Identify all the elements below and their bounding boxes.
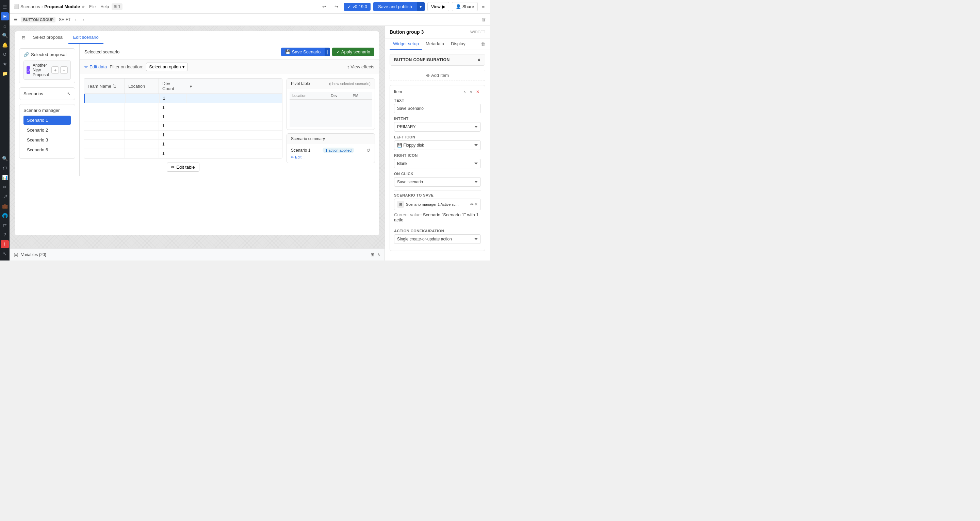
text-input[interactable] [394,104,481,113]
share-button[interactable]: 👤 Share [452,2,478,11]
sidebar-toggle[interactable]: ☰ [14,17,18,22]
sidebar-icon-expand[interactable]: ⤡ [1,249,9,258]
secondary-bar: ☰ BUTTON GROUP SHIFT ← → 🗑 [10,14,490,26]
table-row[interactable]: 1 [84,94,282,103]
scenario-item-1[interactable]: Scenario 1 [24,116,71,125]
item-delete[interactable]: ✕ [475,89,481,95]
more-menu-button[interactable]: ≡ [480,3,486,11]
sidebar-icon-briefcase[interactable]: 💼 [1,202,9,210]
apply-scenario-button[interactable]: ✓ Apply scenario [332,48,374,56]
table-row[interactable]: 1 [84,121,282,130]
config-trash-button[interactable]: 🗑 [481,41,485,47]
add-plus-1[interactable]: + [51,66,59,74]
scenario-save-delete[interactable]: ✕ [474,202,478,207]
sidebar-icon-tag[interactable]: 🏷 [1,164,9,172]
sidebar-icon-question[interactable]: ? [1,230,9,239]
scenario-item-3[interactable]: Scenario 3 [24,135,71,145]
tab-display[interactable]: Display [447,38,469,50]
sidebar-icon-search2[interactable]: 🔍 [1,154,9,162]
delete-button[interactable]: 🗑 [482,17,486,22]
variables-filter-button[interactable]: ⊞ [371,252,374,257]
sidebar-icon-alert[interactable]: ! [1,240,9,248]
left-icon-select[interactable]: 💾 Floppy disk [394,140,481,150]
sidebar-icon-branch[interactable]: ⎇ [1,192,9,201]
reset-button[interactable]: ↺ [366,148,371,153]
variables-collapse-button[interactable]: ∧ [377,252,380,257]
right-icon-select[interactable]: Blank [394,159,481,168]
pivot-empty-area [290,100,372,127]
selected-proposal-title: Selected proposal [31,52,66,57]
nav-prev[interactable]: ← [74,17,79,22]
config-tabs: Widget setup Metadata Display 🗑 [385,38,490,50]
sidebar-icon-home[interactable]: ⌂ [1,22,9,30]
td-dev-6: 1 [159,140,186,149]
edit-data-button[interactable]: ✏ Edit data [84,64,107,69]
sidebar-icon-history[interactable]: ↺ [1,50,9,59]
scenario-item-4[interactable]: Scenario 6 [24,145,71,154]
edit-table-icon: ✏ [171,165,175,170]
intent-select[interactable]: PRIMARY [394,122,481,132]
file-menu[interactable]: File [87,4,98,10]
scenario-save-icon: ⊟ [397,201,404,208]
save-publish-button[interactable]: Save and publish [373,2,417,11]
table-row[interactable]: 1 [84,140,282,149]
save-icon: 💾 [285,49,291,54]
button-config-header[interactable]: BUTTON CONFIGURATION ∧ [390,54,485,65]
select-option-button[interactable]: Select an option ▾ [146,63,188,71]
main-content: ⬜ Scenarios › Proposal Module ★ File Hel… [10,0,490,260]
table-row[interactable]: 1 [84,130,282,140]
sidebar-icon-bell[interactable]: 🔔 [1,41,9,49]
add-item-button[interactable]: ⊕ Add Item [390,70,485,81]
sidebar-icon-globe[interactable]: 🌐 [1,211,9,220]
edit-table-button[interactable]: ✏ Edit table [167,162,199,172]
add-plus-2[interactable]: + [60,66,68,74]
action-config-label: ACTION CONFIGURATION [394,229,481,233]
sidebar-icon-star[interactable]: ★ [1,60,9,68]
on-click-select[interactable]: Save scenario [394,177,481,187]
sidebar-icon-folder[interactable]: 📁 [1,69,9,78]
breadcrumb-scenarios[interactable]: Scenarios [21,4,40,9]
th-p: P [186,79,207,94]
th-devcount: Dev Count [159,79,186,94]
sort-icon[interactable]: ⇅ [113,84,116,89]
proposal-name: Another New Proposal [33,63,49,77]
sidebar-icon-search[interactable]: 🔍 [1,31,9,40]
save-scenario-button[interactable]: 💾 Save Scenario [281,48,325,56]
sidebar-icon-grid[interactable]: ⊞ [1,12,9,21]
view-button[interactable]: View ▶ [427,2,449,11]
table-row[interactable]: 1 [84,112,282,121]
redo-button[interactable]: ↪ [331,2,341,11]
tab-edit-scenario[interactable]: Edit scenario [68,31,103,44]
tab-metadata[interactable]: Metadata [422,38,447,50]
sidebar-icon-chart[interactable]: 📊 [1,173,9,182]
scenarios-expand[interactable]: ⤡ [67,91,71,96]
sidebar-icon-shuffle[interactable]: ⇄ [1,221,9,229]
on-click-field-label: ON CLICK [394,172,481,176]
view-effects-button[interactable]: ↕ View effects [347,64,374,69]
item-move-up[interactable]: ∧ [462,89,468,95]
breadcrumb-star[interactable]: ★ [81,5,85,9]
data-content: Team Name ⇅ Location Dev Count [80,74,379,176]
th-devcount-label: Dev Count [162,81,182,91]
scenario-to-save-group: SCENARIO TO SAVE ⊟ Scenario manager 1 Ac… [394,193,481,222]
summary-edit-btn[interactable]: ✏ Edit... [291,155,305,159]
undo-button[interactable]: ↩ [319,2,329,11]
scenario-save-edit[interactable]: ✏ [470,202,474,207]
scenario-item-2[interactable]: Scenario 2 [24,125,71,135]
page-num-value: 1 [118,4,121,9]
left-sidebar: ☰ ⊞ ⌂ 🔍 🔔 ↺ ★ 📁 🔍 🏷 📊 ✏ ⎇ 💼 🌐 ⇄ ? ! ⤡ [0,0,10,260]
nav-next[interactable]: → [80,17,85,22]
save-scenario-dropdown[interactable]: | [325,48,330,56]
tab-select-proposal[interactable]: Select proposal [28,31,68,44]
help-menu[interactable]: Help [98,4,111,10]
widget-tab-icon[interactable]: ⊟ [19,32,28,43]
pivot-th-location: Location [290,92,328,100]
table-row[interactable]: 1 [84,149,282,158]
tab-widget-setup[interactable]: Widget setup [390,38,422,50]
sidebar-icon-menu[interactable]: ☰ [1,3,9,11]
save-publish-dropdown[interactable]: ▾ [417,2,425,11]
action-config-select[interactable]: Single create-or-update action [394,234,481,244]
sidebar-icon-pencil[interactable]: ✏ [1,183,9,191]
table-row[interactable]: 1 [84,103,282,112]
item-move-down[interactable]: ∨ [468,89,474,95]
